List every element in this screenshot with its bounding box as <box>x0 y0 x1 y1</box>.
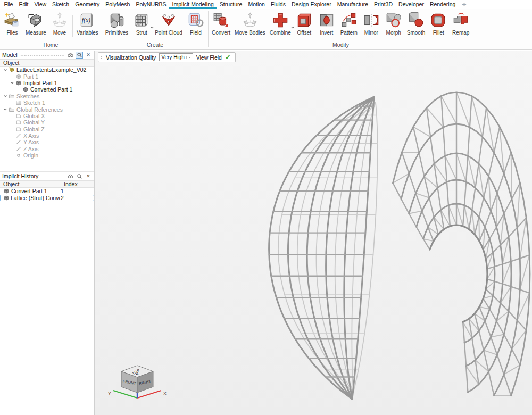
menu-item-sketch[interactable]: Sketch <box>49 0 72 9</box>
menu-item-manufacture[interactable]: Manufacture <box>334 0 371 9</box>
tool-combine[interactable]: Combine <box>268 11 293 36</box>
tree-item-y-axis[interactable]: Y Axis <box>0 139 94 145</box>
tool-label: Mirror <box>364 30 378 36</box>
part-icon <box>3 188 10 194</box>
model-column-header: Object <box>0 59 94 67</box>
tree-item-global-references[interactable]: Global References <box>0 106 94 112</box>
files-icon <box>3 11 21 29</box>
tree-item-label: Part 1 <box>23 73 38 80</box>
menu-item-implicit-modeling[interactable]: Implicit Modeling <box>169 0 217 9</box>
ribbon-group-modify: ConvertMove BodiesCombineOffsetInvertPat… <box>210 9 472 49</box>
search-icon[interactable] <box>76 52 83 59</box>
menu-item-fluids[interactable]: Fluids <box>268 0 288 9</box>
caret-down-icon[interactable] <box>2 107 9 111</box>
ribbon: FilesMeasureMovef(x)VariablesHomePrimiti… <box>0 9 532 50</box>
lattice-model[interactable] <box>269 92 530 399</box>
confirm-check-icon[interactable]: ✓ <box>225 53 231 61</box>
caret-down-icon[interactable] <box>2 94 9 98</box>
tree-item-origin[interactable]: Origin <box>0 152 94 159</box>
tool-invert[interactable]: Invert <box>315 11 338 36</box>
tree-item-part-1[interactable]: Part 1 <box>0 73 94 79</box>
menu-overflow-icon[interactable] <box>459 0 470 9</box>
index-column-label: Index <box>64 181 94 187</box>
sketch-icon <box>15 99 22 106</box>
tool-smooth[interactable]: Smooth <box>405 11 427 36</box>
tool-variables[interactable]: f(x)Variables <box>74 11 101 36</box>
tool-move[interactable]: Move <box>48 11 71 36</box>
caret-down-icon[interactable] <box>2 68 9 72</box>
svg-text:f(x): f(x) <box>82 17 90 24</box>
search-icon[interactable] <box>76 173 83 180</box>
tree-item-converted-part-1[interactable]: Converted Part 1 <box>0 86 94 93</box>
tree-item-global-z[interactable]: Global Z <box>0 126 94 132</box>
panel-drag-handle[interactable] <box>20 53 64 58</box>
tool-convert[interactable]: Convert <box>210 11 232 36</box>
tool-offset[interactable]: Offset <box>293 11 315 36</box>
menu-item-rendering[interactable]: Rendering <box>427 0 458 9</box>
tree-item-x-axis[interactable]: X Axis <box>0 132 94 139</box>
tree-item-latticeextentsexample-v02[interactable]: LatticeExtentsExample_V02 <box>0 67 94 73</box>
tree-item-global-x[interactable]: Global X <box>0 113 94 119</box>
tool-measure[interactable]: Measure <box>23 11 48 36</box>
menu-item-polynurbs[interactable]: PolyNURBS <box>133 0 169 9</box>
menu-item-structure[interactable]: Structure <box>217 0 245 9</box>
menu-item-developer[interactable]: Developer <box>396 0 427 9</box>
ribbon-group-label: Home <box>1 42 101 49</box>
tool-label: Invert <box>320 30 333 36</box>
menu-item-motion[interactable]: Motion <box>245 0 268 9</box>
plane-icon <box>15 126 22 132</box>
tree-item-sketches[interactable]: Sketches <box>0 93 94 99</box>
tool-mirror[interactable]: Mirror <box>360 11 383 36</box>
tool-label: Convert <box>212 30 230 36</box>
view-cube[interactable]: TOP FRONT RIGHT <box>121 366 153 393</box>
menu-item-edit[interactable]: Edit <box>16 0 31 9</box>
tree-item-sketch-1[interactable]: Sketch 1 <box>0 99 94 106</box>
assembly-icon <box>9 67 15 73</box>
tool-field[interactable]: Field <box>185 11 207 36</box>
tool-label: Morph <box>386 30 401 36</box>
tool-label: Offset <box>297 30 312 36</box>
visualization-quality-select[interactable]: Very High <box>159 53 193 61</box>
menu-item-design-explorer[interactable]: Design Explorer <box>288 0 334 9</box>
history-row-convert-part-1[interactable]: Convert Part 11 <box>0 188 94 195</box>
tool-remap[interactable]: Remap <box>450 11 472 36</box>
history-row-lattice-strut-converted-p[interactable]: Lattice (Strut) Converted P...2 <box>0 195 94 202</box>
tool-label: Files <box>6 30 18 36</box>
tree-item-z-axis[interactable]: Z Axis <box>0 146 94 152</box>
history-rows: Convert Part 11Lattice (Strut) Converted… <box>0 188 94 201</box>
menu-item-polymesh[interactable]: PolyMesh <box>103 0 133 9</box>
tool-strut[interactable]: Strut <box>130 11 153 36</box>
tool-fillet[interactable]: Fillet <box>427 11 450 36</box>
close-icon[interactable]: ✕ <box>85 52 92 59</box>
caret-down-icon[interactable] <box>9 81 15 85</box>
scene-svg: TOP FRONT RIGHT Y X Z <box>95 51 532 415</box>
tool-files[interactable]: Files <box>1 11 23 36</box>
tool-move-bodies[interactable]: Move Bodies <box>232 11 268 36</box>
model-panel-title: Model <box>2 52 18 58</box>
quality-value: Very High <box>161 54 184 60</box>
viewport-canvas[interactable]: Visualization Quality Very High View Fie… <box>95 51 532 415</box>
tool-label: Primitives <box>105 30 128 36</box>
menu-item-view[interactable]: View <box>31 0 49 9</box>
part-icon <box>15 80 22 86</box>
menu-item-file[interactable]: File <box>1 0 16 9</box>
menu-item-print3d[interactable]: Print3D <box>371 0 396 9</box>
object-column-label: Object <box>3 60 19 66</box>
plane-icon <box>15 119 22 126</box>
model-panel-header: Model ✕ <box>0 51 94 59</box>
tree-item-implicit-part-1[interactable]: Implicit Part 1 <box>0 80 94 86</box>
view-field-label: View Field <box>196 54 222 61</box>
history-panel: Implicit History ✕ Object Index Convert … <box>0 171 94 201</box>
tool-pattern[interactable]: Pattern <box>338 11 360 36</box>
close-icon[interactable]: ✕ <box>85 173 92 180</box>
menu-item-geometry[interactable]: Geometry <box>72 0 103 9</box>
find-icon[interactable] <box>66 173 74 180</box>
chevron-down-icon <box>186 56 193 59</box>
tool-point-cloud[interactable]: Point Cloud <box>153 11 185 36</box>
toolbar-drag-handle[interactable] <box>101 54 103 60</box>
strut-icon <box>132 11 151 29</box>
tool-primitives[interactable]: Primitives <box>103 11 130 36</box>
find-icon[interactable] <box>66 52 74 59</box>
tool-morph[interactable]: Morph <box>383 11 405 36</box>
tree-item-global-y[interactable]: Global Y <box>0 119 94 126</box>
